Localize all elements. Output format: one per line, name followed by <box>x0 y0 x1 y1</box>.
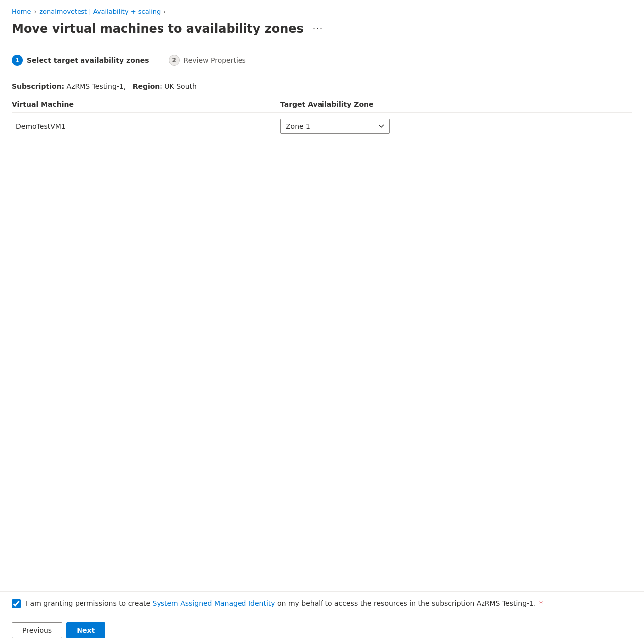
vm-table: Virtual Machine Target Availability Zone… <box>12 100 632 140</box>
table-header: Virtual Machine Target Availability Zone <box>12 100 632 113</box>
wizard-tabs: 1 Select target availability zones 2 Rev… <box>12 50 632 72</box>
tab2-label: Review Properties <box>184 56 246 64</box>
page-title-row: Move virtual machines to availability zo… <box>12 21 632 36</box>
consent-text-before: I am granting permissions to create <box>26 599 150 607</box>
tab-select-zones[interactable]: 1 Select target availability zones <box>12 50 157 72</box>
tab1-label: Select target availability zones <box>27 56 149 64</box>
breadcrumb: Home › zonalmovetest | Availability + sc… <box>12 8 632 15</box>
consent-text-after: on my behalf to access the resources in … <box>277 599 536 607</box>
footer: I am granting permissions to create Syst… <box>0 591 644 644</box>
consent-link[interactable]: System Assigned Managed Identity <box>153 599 275 607</box>
previous-button[interactable]: Previous <box>12 622 62 638</box>
col-vm-header: Virtual Machine <box>12 100 280 108</box>
consent-checkbox[interactable] <box>12 599 21 608</box>
subscription-info: Subscription: AzRMS Testing-1, Region: U… <box>12 82 632 90</box>
required-star: * <box>539 599 543 607</box>
subscription-label: Subscription: <box>12 82 64 90</box>
next-button[interactable]: Next <box>66 622 105 638</box>
consent-row: I am granting permissions to create Syst… <box>0 592 644 616</box>
region-label: Region: <box>133 82 162 90</box>
subscription-value: AzRMS Testing-1, <box>67 82 126 90</box>
tab-review-properties[interactable]: 2 Review Properties <box>169 50 254 72</box>
region-value: UK South <box>164 82 197 90</box>
tab1-badge: 1 <box>12 55 23 66</box>
breadcrumb-sep-2: › <box>163 8 166 15</box>
breadcrumb-home[interactable]: Home <box>12 8 31 15</box>
tab2-badge: 2 <box>169 55 180 66</box>
buttons-row: Previous Next <box>0 616 644 644</box>
breadcrumb-sep-1: › <box>34 8 36 15</box>
zone-select[interactable]: Zone 1 Zone 2 Zone 3 <box>280 119 390 134</box>
zone-selector-cell: Zone 1 Zone 2 Zone 3 <box>280 119 632 134</box>
col-zone-header: Target Availability Zone <box>280 100 632 108</box>
page-title: Move virtual machines to availability zo… <box>12 22 304 36</box>
ellipsis-button[interactable]: ··· <box>310 21 326 36</box>
table-row: DemoTestVM1 Zone 1 Zone 2 Zone 3 <box>12 113 632 140</box>
consent-text: I am granting permissions to create Syst… <box>26 599 543 609</box>
breadcrumb-resource[interactable]: zonalmovetest | Availability + scaling <box>39 8 161 15</box>
vm-name: DemoTestVM1 <box>12 122 280 130</box>
